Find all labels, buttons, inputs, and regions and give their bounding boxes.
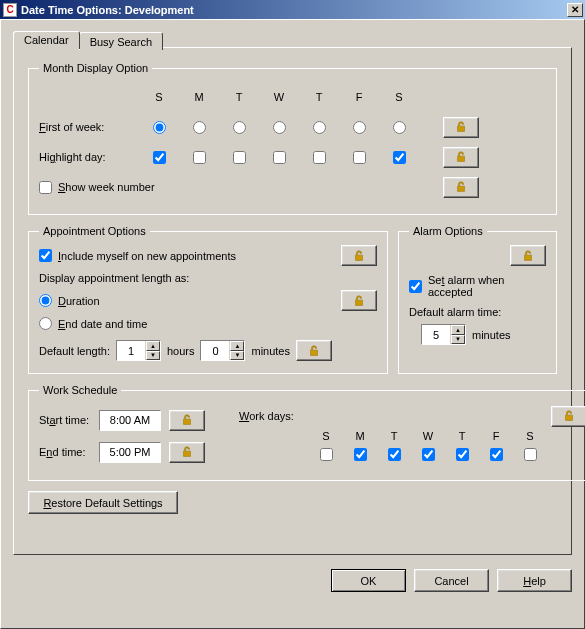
workday-f[interactable] [490,448,503,461]
cancel-button[interactable]: Cancel [414,569,489,592]
end-time-input[interactable] [99,442,161,463]
highlight-day-s2[interactable] [393,151,406,164]
alarm-time-spinner[interactable]: ▲▼ [421,324,466,345]
duration-label: Duration [58,295,100,307]
chevron-up-icon[interactable]: ▲ [230,341,244,351]
default-minutes-input[interactable] [201,341,229,360]
ok-button[interactable]: OK [331,569,406,592]
workday-s[interactable] [320,448,333,461]
chevron-down-icon[interactable]: ▼ [146,351,160,361]
workday-header: T [391,430,398,442]
lock-include-myself[interactable] [341,245,377,266]
first-of-week-radio-s[interactable] [153,121,166,134]
chevron-down-icon[interactable]: ▼ [230,351,244,361]
lock-alarm[interactable] [510,245,546,266]
day-header: T [316,91,323,103]
workdays-label: Work days: [239,410,294,422]
minutes-label: minutes [251,345,290,357]
default-length-label: Default length: [39,345,110,357]
workday-header: M [355,430,364,442]
help-button[interactable]: Help [497,569,572,592]
workday-t2[interactable] [456,448,469,461]
alarm-time-input[interactable] [422,325,450,344]
lock-start-time[interactable] [169,410,205,431]
group-month-display: Month Display Option S M T W T F S First… [28,62,557,215]
duration-radio[interactable] [39,294,52,307]
legend-work: Work Schedule [39,384,121,396]
group-work-schedule: Work Schedule Start time: End time: [28,384,585,481]
first-of-week-radio-w[interactable] [273,121,286,134]
legend-alarm: Alarm Options [409,225,487,237]
day-header: M [194,91,203,103]
group-alarm-options: Alarm Options Set alarm when accepted De… [398,225,557,374]
chevron-up-icon[interactable]: ▲ [146,341,160,351]
default-hours-input[interactable] [117,341,145,360]
show-week-number-checkbox[interactable] [39,181,52,194]
day-header: S [395,91,402,103]
enddate-radio[interactable] [39,317,52,330]
workday-m[interactable] [354,448,367,461]
include-myself-checkbox[interactable] [39,249,52,262]
legend-appointment: Appointment Options [39,225,150,237]
workday-t[interactable] [388,448,401,461]
highlight-day-t[interactable] [233,151,246,164]
lock-end-time[interactable] [169,442,205,463]
first-of-week-radio-m[interactable] [193,121,206,134]
default-minutes-spinner[interactable]: ▲▼ [200,340,245,361]
display-length-as-label: Display appointment length as: [39,272,377,284]
group-appointment-options: Appointment Options Include myself on ne… [28,225,388,374]
day-header: F [356,91,363,103]
chevron-up-icon[interactable]: ▲ [451,325,465,335]
tabstrip: Calendar Busy Search [13,30,572,48]
end-time-label: End time: [39,446,99,458]
first-of-week-label: First of week: [39,121,104,133]
highlight-day-t2[interactable] [313,151,326,164]
highlight-day-label: Highlight day: [39,151,106,163]
set-alarm-label: Set alarm when accepted [428,274,546,298]
show-week-number-label: Show week number [58,181,155,193]
titlebar: C Date Time Options: Development ✕ [0,0,585,19]
first-of-week-radio-f[interactable] [353,121,366,134]
tab-calendar[interactable]: Calendar [13,31,80,49]
highlight-day-w[interactable] [273,151,286,164]
default-alarm-time-label: Default alarm time: [409,306,546,318]
chevron-down-icon[interactable]: ▼ [451,335,465,345]
start-time-label: Start time: [39,414,99,426]
day-header: S [155,91,162,103]
highlight-day-f[interactable] [353,151,366,164]
workday-header: W [423,430,433,442]
lock-show-week[interactable] [443,177,479,198]
app-icon: C [3,3,17,17]
day-header: W [274,91,284,103]
start-time-input[interactable] [99,410,161,431]
first-of-week-radio-t2[interactable] [313,121,326,134]
lock-first-of-week[interactable] [443,117,479,138]
restore-defaults-button[interactable]: Restore Default Settings [28,491,178,514]
lock-highlight-day[interactable] [443,147,479,168]
workday-header: F [493,430,500,442]
include-myself-label: Include myself on new appointments [58,250,236,262]
lock-workdays[interactable] [551,406,585,427]
tab-busy-search[interactable]: Busy Search [79,32,163,50]
first-of-week-radio-t[interactable] [233,121,246,134]
first-of-week-radio-s2[interactable] [393,121,406,134]
workday-s2[interactable] [524,448,537,461]
workday-header: T [459,430,466,442]
lock-display-as[interactable] [341,290,377,311]
highlight-day-s[interactable] [153,151,166,164]
enddate-label: End date and time [58,318,147,330]
workday-w[interactable] [422,448,435,461]
close-icon[interactable]: ✕ [567,3,583,17]
workday-header: S [526,430,533,442]
window-title: Date Time Options: Development [21,4,194,16]
highlight-day-m[interactable] [193,151,206,164]
default-hours-spinner[interactable]: ▲▼ [116,340,161,361]
alarm-unit-label: minutes [472,329,511,341]
workday-header: S [322,430,329,442]
hours-label: hours [167,345,195,357]
day-header: T [236,91,243,103]
set-alarm-checkbox[interactable] [409,280,422,293]
legend-month: Month Display Option [39,62,152,74]
lock-default-length[interactable] [296,340,332,361]
